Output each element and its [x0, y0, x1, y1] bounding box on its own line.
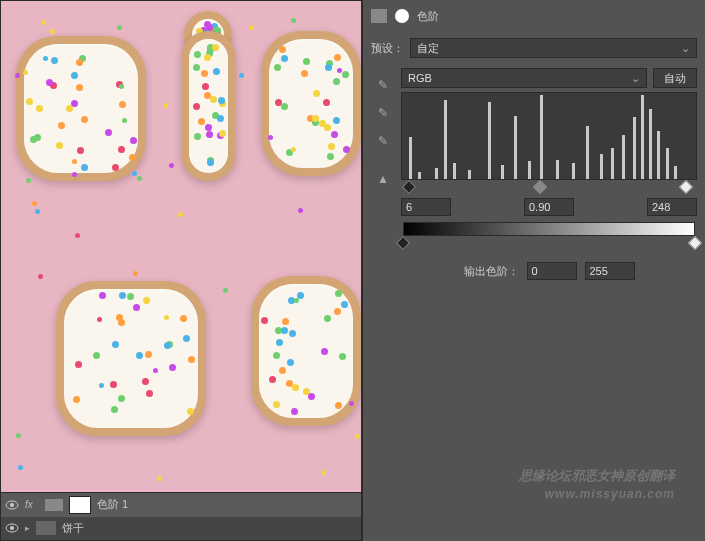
output-label: 输出色阶： [464, 264, 519, 279]
input-white-field[interactable] [647, 198, 697, 216]
folder-name[interactable]: 饼干 [62, 521, 84, 536]
cookie-letter-o [251, 276, 361, 426]
output-black-field[interactable] [527, 262, 577, 280]
visibility-icon[interactable] [5, 498, 19, 512]
adjustment-thumb-icon [45, 499, 63, 511]
cookie-letter-s [261, 31, 361, 176]
output-white-field[interactable] [585, 262, 635, 280]
histogram-chart [401, 92, 697, 180]
fx-icon: fx [25, 499, 39, 510]
watermark-text: 思缘论坛邪恶女神原创翻译 [519, 467, 675, 485]
panel-title: 色阶 [417, 9, 439, 24]
output-slider[interactable] [403, 240, 695, 250]
black-point-handle[interactable] [402, 180, 416, 194]
layer-mask-thumb[interactable] [69, 496, 91, 514]
preset-dropdown[interactable]: 自定 [410, 38, 697, 58]
eyedropper-black-icon[interactable]: ✎ [378, 78, 388, 92]
layer-name[interactable]: 色阶 1 [97, 497, 128, 512]
auto-button[interactable]: 自动 [653, 68, 697, 88]
watermark: 思缘论坛邪恶女神原创翻译 www.missyuan.com [519, 467, 675, 501]
eyedropper-tools: ✎ ✎ ✎ ▲ [371, 68, 395, 280]
channel-value: RGB [408, 72, 432, 84]
preset-row: 预设： 自定 [371, 38, 697, 58]
white-point-handle[interactable] [679, 180, 693, 194]
preset-value: 自定 [417, 41, 439, 56]
input-gamma-field[interactable] [524, 198, 574, 216]
layer-row-folder[interactable]: ▸ 饼干 [1, 517, 361, 541]
gamma-handle[interactable] [533, 180, 547, 194]
layers-panel: fx 色阶 1 ▸ 饼干 [1, 492, 361, 540]
output-white-handle[interactable] [688, 236, 702, 250]
preset-label: 预设： [371, 41, 404, 56]
eyedropper-white-icon[interactable]: ✎ [378, 134, 388, 148]
cookie-letter-u [56, 281, 206, 436]
levels-panel: 色阶 预设： 自定 ✎ ✎ ✎ ▲ RGB 自动 [362, 0, 705, 541]
expand-arrow-icon[interactable]: ▸ [25, 523, 30, 533]
panel-header: 色阶 [371, 4, 697, 28]
output-gradient [403, 222, 695, 236]
output-black-handle[interactable] [396, 236, 410, 250]
mask-indicator-icon[interactable] [395, 9, 409, 23]
document-panel: fx 色阶 1 ▸ 饼干 [0, 0, 362, 541]
eyedropper-gray-icon[interactable]: ✎ [378, 106, 388, 120]
input-black-field[interactable] [401, 198, 451, 216]
cookie-letter-i [181, 31, 236, 181]
clip-icon[interactable]: ▲ [377, 172, 389, 186]
svg-point-1 [10, 503, 14, 507]
canvas[interactable] [1, 1, 361, 492]
folder-icon [36, 521, 56, 535]
svg-point-3 [10, 526, 14, 530]
watermark-url: www.missyuan.com [519, 487, 675, 501]
cookie-letter-n [16, 36, 146, 181]
input-slider[interactable] [403, 184, 695, 194]
layer-row-adjustment[interactable]: fx 色阶 1 [1, 493, 361, 517]
channel-dropdown[interactable]: RGB [401, 68, 647, 88]
visibility-icon[interactable] [5, 521, 19, 535]
histogram-icon [371, 9, 387, 23]
